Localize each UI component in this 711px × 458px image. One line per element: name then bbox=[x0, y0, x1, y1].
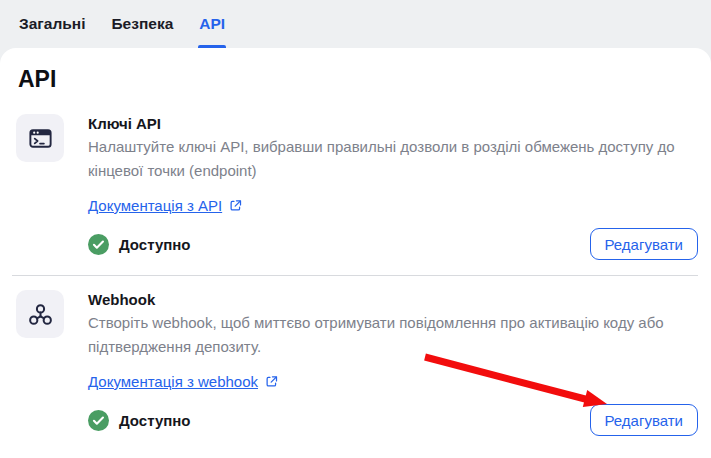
webhook-status-label: Доступно bbox=[119, 412, 191, 429]
api-settings-panel: API Ключі API Налаштуйте ключі API, вибр… bbox=[0, 48, 711, 458]
api-keys-status-label: Доступно bbox=[119, 236, 191, 253]
api-keys-title: Ключі API bbox=[88, 114, 698, 134]
api-docs-link[interactable]: Документація з API bbox=[88, 197, 243, 214]
webhook-title: Webhook bbox=[88, 290, 698, 310]
check-circle-icon bbox=[88, 410, 109, 431]
api-keys-section: Ключі API Налаштуйте ключі API, вибравши… bbox=[16, 114, 698, 215]
webhook-section: Webhook Створіть webhook, щоб миттєво от… bbox=[16, 290, 698, 391]
section-divider bbox=[12, 275, 698, 276]
webhook-docs-link-label[interactable]: Документація з webhook bbox=[88, 373, 258, 390]
terminal-window-icon bbox=[16, 114, 64, 162]
api-keys-status-row: Доступно Редагувати bbox=[88, 228, 698, 260]
external-link-icon bbox=[264, 374, 279, 389]
check-circle-icon bbox=[88, 234, 109, 255]
webhook-edit-button[interactable]: Редагувати bbox=[590, 404, 699, 436]
webhook-description: Створіть webhook, щоб миттєво отримувати… bbox=[88, 311, 698, 359]
tab-api[interactable]: API bbox=[198, 0, 226, 48]
api-docs-link-label[interactable]: Документація з API bbox=[88, 197, 222, 214]
page-title: API bbox=[18, 66, 698, 93]
webhook-docs-link[interactable]: Документація з webhook bbox=[88, 373, 279, 390]
api-keys-description: Налаштуйте ключі API, вибравши правильні… bbox=[88, 135, 698, 183]
settings-tabbar: Загальні Безпека API bbox=[0, 0, 711, 48]
tab-security[interactable]: Безпека bbox=[110, 0, 174, 48]
external-link-icon bbox=[228, 198, 243, 213]
api-keys-status: Доступно bbox=[88, 234, 191, 255]
api-keys-edit-button[interactable]: Редагувати bbox=[590, 228, 699, 260]
tab-general[interactable]: Загальні bbox=[18, 0, 86, 48]
webhook-status-row: Доступно Редагувати bbox=[88, 404, 698, 436]
webhook-icon bbox=[16, 290, 64, 338]
webhook-status: Доступно bbox=[88, 410, 191, 431]
